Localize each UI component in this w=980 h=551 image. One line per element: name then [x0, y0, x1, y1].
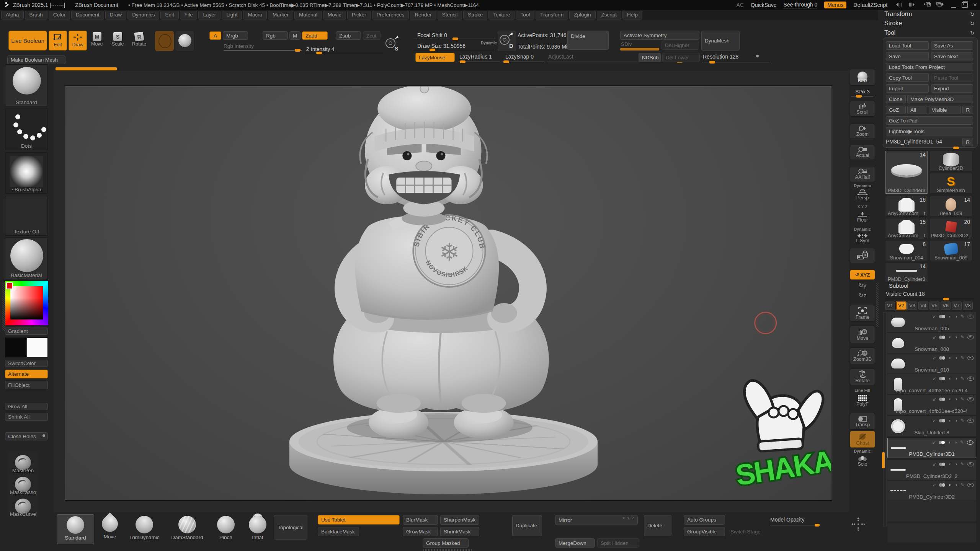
menu-texture[interactable]: Texture [488, 11, 514, 20]
clone-button[interactable]: Clone [886, 95, 906, 103]
vtab-v6[interactable]: V6 [941, 302, 951, 310]
resolution-slider[interactable]: Resolution 128 [703, 54, 738, 60]
subtool-row[interactable]: ↙◐◑✎ tripo_convert_4bfb31ee-c520-4 [887, 395, 976, 415]
vtab-v5[interactable]: V5 [929, 302, 939, 310]
paint-icon[interactable]: ✎ [960, 482, 964, 487]
visibility-eye-icon[interactable] [967, 462, 974, 466]
spix-slider[interactable]: SPix 3 [850, 89, 875, 95]
sdiv-slider[interactable]: SDiv [621, 41, 632, 47]
canvas-area[interactable]: SIBIR HOCKEY CLUB NOVOSIBIRSK ❄ [54, 71, 849, 512]
topological-button[interactable]: Topological [274, 515, 307, 540]
subtool-row[interactable]: ↙◐◑✎ Skin_Untitled-8 [887, 416, 976, 437]
unlink-icon[interactable]: ↙ [932, 461, 936, 467]
maskcurve-brush[interactable]: MaskCurve [8, 495, 38, 517]
switchcolor-button[interactable]: SwitchColor [5, 360, 48, 367]
unlink-icon[interactable]: ↙ [932, 314, 936, 319]
visibility-eye-icon[interactable] [967, 377, 974, 381]
tray-grip[interactable] [2, 281, 5, 331]
subtool-row[interactable]: ↙◐◑✎ Snowman_005 [887, 312, 976, 333]
unlink-icon[interactable]: ↙ [932, 334, 936, 340]
group-visible-button[interactable]: GroupVisible [684, 527, 725, 536]
unlink-icon[interactable]: ↙ [932, 355, 936, 360]
subtool-section-header[interactable]: Subtool [889, 282, 908, 289]
move-mode-button[interactable]: M Move [91, 32, 103, 47]
visibility-eye-icon[interactable] [967, 419, 974, 423]
polyframe-button[interactable]: PolyF [850, 393, 875, 408]
scale-mode-button[interactable]: S Scale [112, 32, 124, 47]
stroke-refresh-icon[interactable]: ↻ [970, 20, 975, 26]
see-through-slider[interactable]: See-through 0 [784, 2, 818, 8]
rotate-mode-button[interactable]: R Rotate [132, 32, 146, 47]
merge-down-button[interactable]: MergeDown [555, 538, 595, 548]
dynamic-draw-size-toggle[interactable]: Dynamic [481, 41, 497, 45]
lazyradius-handle[interactable] [460, 60, 466, 63]
current-tool-handle[interactable] [953, 147, 959, 149]
document-tab-strip[interactable] [56, 67, 117, 70]
material-picker[interactable]: BasicMaterial [5, 237, 48, 279]
subtool-scroll-gutter[interactable] [883, 312, 887, 527]
mrgb-button[interactable]: Mrgb [223, 31, 248, 40]
pedestal-base[interactable] [289, 412, 598, 494]
uv-icon[interactable]: ◐ [949, 482, 951, 487]
tool-item[interactable]: 20 PM3D_Cube3D2_ [929, 218, 972, 239]
uv-icon[interactable]: ◐ [949, 376, 951, 381]
menu-alpha[interactable]: Alpha [1, 11, 24, 20]
contrast-icon[interactable]: ◑ [955, 334, 957, 340]
brush-trimdynamic[interactable]: TrimDynamic [125, 514, 164, 544]
paint-icon[interactable]: ✎ [960, 314, 964, 319]
local-symmetry-button[interactable]: L.Sym [850, 232, 875, 245]
unlink-icon[interactable]: ↙ [932, 396, 936, 402]
adjustlast-slider[interactable]: AdjustLast [548, 54, 573, 60]
menu-light[interactable]: Light [222, 11, 242, 20]
activate-symmetry-button[interactable]: Activate Symmetry [620, 31, 699, 40]
brush-pinch[interactable]: Pinch [211, 514, 241, 544]
menu-render[interactable]: Render [410, 11, 436, 20]
menu-marker[interactable]: Marker [268, 11, 293, 20]
contrast-icon[interactable]: ◑ [955, 355, 957, 360]
visibility-eye-icon[interactable] [967, 315, 974, 319]
stroke-picker[interactable]: Dots [5, 108, 48, 150]
goz-to-ipad-button[interactable]: GoZ To iPad [886, 116, 973, 125]
goz-button[interactable]: GoZ [886, 106, 906, 114]
mirror-axes-label[interactable]: X Y Z [622, 516, 635, 520]
polypaint-icon[interactable] [939, 463, 946, 466]
model-snowman-mascot[interactable]: SIBIR HOCKEY CLUB NOVOSIBIRSK ❄ [66, 86, 831, 500]
resolution-handle[interactable] [709, 61, 715, 64]
lazyradius-slider[interactable]: LazyRadius 1 [459, 54, 492, 60]
tool-refresh-icon[interactable]: ↻ [970, 30, 975, 36]
subtool-row[interactable]: ↙◐◑✎ PM3D_Cylinder3D2_2 [887, 460, 976, 480]
spix-handle[interactable] [856, 95, 862, 98]
vtab-v8[interactable]: V8 [963, 302, 973, 310]
contrast-icon[interactable]: ◑ [954, 440, 957, 445]
document-viewport[interactable]: SIBIR HOCKEY CLUB NOVOSIBIRSK ❄ [65, 86, 831, 500]
visible-count-handle[interactable] [943, 298, 949, 300]
menu-preferences[interactable]: Preferences [372, 11, 409, 20]
menu-help[interactable]: Help [622, 11, 642, 20]
current-tool-r-button[interactable]: R [962, 138, 973, 146]
material-slot-button[interactable] [155, 31, 174, 51]
polypaint-icon[interactable] [939, 377, 946, 380]
doc-prev-icon[interactable] [922, 2, 931, 8]
lazysnap-slider[interactable]: LazySnap 0 [505, 54, 534, 60]
lazysnap-handle[interactable] [503, 60, 509, 63]
strip-grip[interactable] [876, 283, 879, 327]
brush-inflat[interactable]: Inflat [243, 514, 273, 544]
uv-icon[interactable]: ◐ [949, 418, 951, 423]
spin-y-icon[interactable]: ↻y [850, 282, 875, 289]
load-tool-button[interactable]: Load Tool [886, 41, 929, 50]
spin-z-icon[interactable]: ↻z [850, 292, 875, 299]
menu-color[interactable]: Color [49, 11, 70, 20]
save-as-button[interactable]: Save As [931, 41, 973, 50]
menu-material[interactable]: Material [294, 11, 322, 20]
uv-icon[interactable]: ◐ [949, 314, 951, 319]
xyz-rotation-button[interactable]: ↺ XYZ [850, 270, 875, 280]
menu-picker[interactable]: Picker [347, 11, 371, 20]
visibility-eye-icon[interactable] [967, 335, 974, 339]
paint-icon[interactable]: ✎ [960, 396, 964, 402]
tool-item[interactable]: 14 PM3D_Cylinder3 [885, 262, 928, 282]
contrast-icon[interactable]: ◑ [955, 482, 957, 487]
menu-brush[interactable]: Brush [25, 11, 47, 20]
split-hidden-button[interactable]: Split Hidden [597, 538, 639, 548]
menu-zplugin[interactable]: Zplugin [569, 11, 595, 20]
draw-size-slider[interactable]: Draw Size 31.50956 [417, 43, 466, 49]
